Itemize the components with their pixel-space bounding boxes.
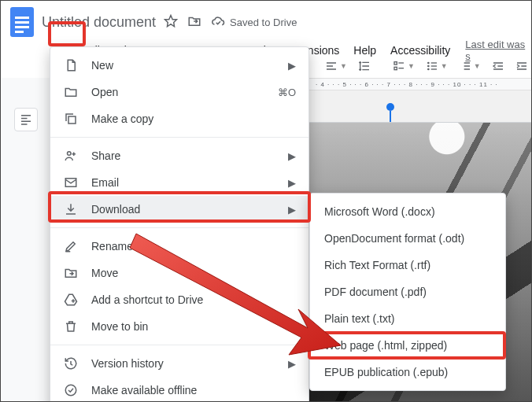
download-epub[interactable]: EPUB publication (.epub): [310, 359, 505, 385]
menu-item-download[interactable]: Download ▶: [50, 196, 308, 223]
svg-rect-6: [431, 62, 437, 63]
download-odt[interactable]: OpenDocument format (.odt): [310, 225, 505, 252]
chevron-right-icon: ▶: [277, 204, 296, 216]
saved-label: Saved to Drive: [230, 17, 297, 28]
outline-button[interactable]: [14, 108, 38, 131]
rename-icon: [63, 239, 79, 253]
line-spacing-button[interactable]: [358, 60, 371, 72]
share-icon: [63, 149, 79, 163]
svg-point-5: [427, 68, 430, 71]
menu-label: Open: [91, 86, 264, 98]
document-title[interactable]: Untitled document: [42, 14, 156, 31]
copy-icon: [63, 112, 79, 126]
download-submenu: Microsoft Word (.docx) OpenDocument form…: [309, 193, 506, 391]
menu-label: Make available offline: [91, 384, 296, 396]
menu-item-version-history[interactable]: Version history ▶: [50, 350, 308, 377]
menu-item-make-copy[interactable]: Make a copy: [50, 105, 308, 132]
svg-marker-0: [165, 15, 177, 26]
svg-point-13: [65, 385, 76, 396]
menu-item-add-shortcut[interactable]: Add a shortcut to Drive: [50, 286, 308, 313]
svg-marker-12: [65, 294, 77, 305]
download-rtf[interactable]: Rich Text Format (.rtf): [310, 252, 505, 278]
folder-icon: [63, 85, 79, 99]
toolbar: ▼ ▼ ▼ ▼: [309, 54, 531, 78]
menu-item-move[interactable]: Move: [50, 260, 308, 286]
menu-label: Make a copy: [91, 112, 296, 125]
svg-rect-7: [431, 65, 437, 66]
svg-rect-2: [394, 67, 397, 69]
chevron-right-icon: ▶: [277, 177, 296, 189]
menu-label: Move to bin: [91, 320, 296, 333]
align-button[interactable]: ▼: [325, 60, 347, 72]
menu-label: Add a shortcut to Drive: [91, 293, 296, 306]
star-icon[interactable]: [164, 14, 178, 31]
menu-label: Download: [91, 203, 264, 216]
offline-icon: [63, 383, 79, 397]
shortcut-label: ⌘O: [277, 87, 296, 98]
increase-indent-button[interactable]: [515, 60, 528, 72]
menu-label: Email: [91, 176, 264, 189]
menu-item-offline[interactable]: Make available offline: [50, 377, 308, 402]
chevron-right-icon: ▶: [277, 150, 296, 162]
ruler: · 4 · · · 5 · · · 6 · · · 7 · · · 8 · · …: [309, 78, 531, 90]
menu-label: Move: [91, 267, 296, 279]
svg-rect-9: [68, 116, 76, 124]
file-plus-icon: [63, 58, 79, 72]
svg-point-4: [427, 65, 430, 68]
svg-rect-8: [431, 68, 437, 69]
move-folder-icon[interactable]: [187, 14, 201, 31]
docs-logo-icon[interactable]: [10, 7, 34, 37]
download-html[interactable]: Web page (.html, zipped): [310, 332, 505, 359]
bulleted-list-button[interactable]: ▼: [426, 60, 448, 72]
svg-point-10: [68, 152, 72, 156]
menu-item-email[interactable]: Email ▶: [50, 169, 308, 196]
file-menu: New ▶ Open ⌘O Make a copy Share ▶ Email …: [50, 46, 309, 402]
selection-handle-icon[interactable]: [386, 103, 394, 111]
chevron-right-icon: ▶: [277, 358, 296, 370]
svg-rect-1: [394, 62, 397, 65]
menu-label: Rename: [91, 240, 296, 253]
move-icon: [63, 266, 79, 280]
checklist-button[interactable]: ▼: [393, 60, 415, 72]
history-icon: [63, 356, 79, 371]
drive-shortcut-icon: [63, 293, 79, 307]
saved-to-drive[interactable]: Saved to Drive: [211, 15, 297, 29]
numbered-list-button[interactable]: ▼: [459, 60, 481, 72]
download-txt[interactable]: Plain text (.txt): [310, 305, 505, 332]
download-icon: [63, 202, 79, 216]
svg-point-3: [427, 62, 430, 65]
menu-item-move-bin[interactable]: Move to bin: [50, 313, 308, 340]
download-pdf[interactable]: PDF document (.pdf): [310, 278, 505, 305]
menu-item-new[interactable]: New ▶: [50, 52, 308, 79]
menu-label: New: [91, 59, 264, 72]
chevron-right-icon: ▶: [277, 60, 296, 72]
decrease-indent-button[interactable]: [492, 60, 504, 72]
email-icon: [63, 175, 79, 190]
menu-item-share[interactable]: Share ▶: [50, 142, 308, 169]
menu-label: Share: [91, 149, 264, 162]
download-docx[interactable]: Microsoft Word (.docx): [310, 198, 505, 225]
trash-icon: [63, 319, 79, 334]
menu-item-open[interactable]: Open ⌘O: [50, 79, 308, 105]
menu-item-rename[interactable]: Rename: [50, 233, 308, 260]
menu-label: Version history: [91, 357, 264, 370]
